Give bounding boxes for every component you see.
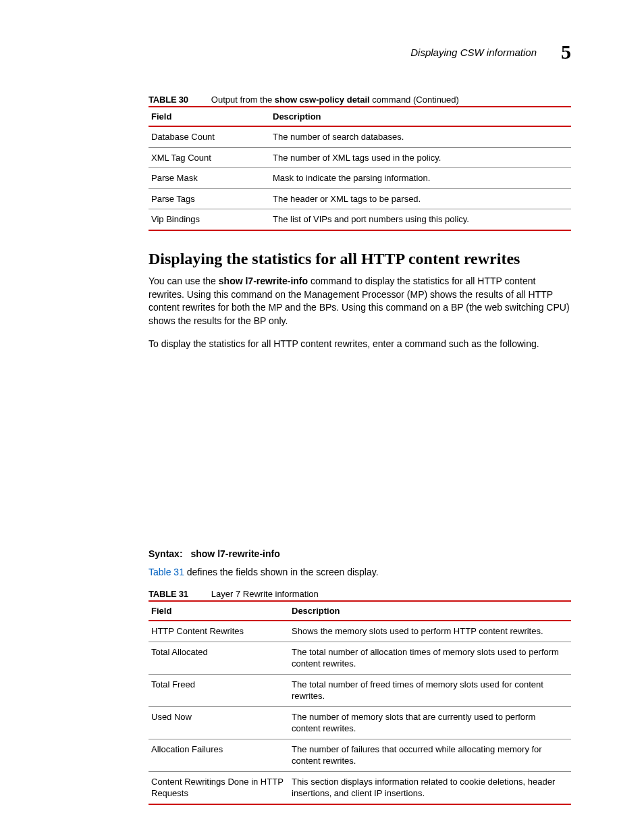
paragraph: Table 31 defines the fields shown in the… [149,566,571,579]
table30-caption: TABLE 30 Output from the show csw-policy… [149,95,571,105]
text-bold: show csw-policy detail [275,95,370,105]
cell-desc: This section displays information relate… [289,771,571,804]
col-description: Description [289,601,571,621]
text-bold: show l7-rewrite-info [219,276,308,286]
cell-desc: The list of VIPs and port numbers using … [270,209,571,230]
cell-field: Database Count [149,126,270,147]
cell-desc: Shows the memory slots used to perform H… [289,621,571,642]
syntax-command: show l7-rewrite-info [190,548,279,559]
cell-field: Total Allocated [149,642,289,674]
cell-field: Vip Bindings [149,209,270,230]
syntax-label: Syntax: [149,548,183,559]
cell-desc: The number of memory slots that are curr… [289,706,571,739]
table-row: Total FreedThe total number of freed tim… [149,674,571,706]
cell-field: Used Now [149,706,289,739]
cell-desc: The total number of freed times of memor… [289,674,571,706]
table30: Field Description Database CountThe numb… [149,106,571,231]
table31-caption: TABLE 31 Layer 7 Rewrite information [149,589,571,599]
table31: Field Description HTTP Content RewritesS… [149,600,571,805]
table31-title: Layer 7 Rewrite information [211,589,319,599]
cell-desc: The number of search databases. [270,126,571,147]
cell-field: XML Tag Count [149,147,270,168]
cell-desc: The header or XML tags to be parsed. [270,188,571,209]
text: command (Continued) [370,95,459,105]
table-row: XML Tag CountThe number of XML tags used… [149,147,571,168]
cell-field: Content Rewritings Done in HTTP Requests [149,771,289,804]
table31-cross-ref[interactable]: Table 31 [149,567,184,577]
cell-desc: The total number of allocation times of … [289,642,571,674]
table-header-row: Field Description [149,601,571,621]
table-row: Parse MaskMask to indicate the parsing i… [149,168,571,189]
cell-desc: Mask to indicate the parsing information… [270,168,571,189]
text: defines the fields shown in the screen d… [184,567,379,577]
cell-field: Parse Tags [149,188,270,209]
cell-desc: The number of XML tags used in the polic… [270,147,571,168]
syntax-line: Syntax: show l7-rewrite-info [149,548,571,559]
col-description: Description [270,107,571,126]
table30-title: Output from the show csw-policy detail c… [211,95,459,105]
paragraph: To display the statistics for all HTTP c… [149,338,571,351]
paragraph: You can use the show l7-rewrite-info com… [149,275,571,329]
col-field: Field [149,601,289,621]
table30-number: TABLE 30 [149,95,188,105]
table-row: Vip BindingsThe list of VIPs and port nu… [149,209,571,230]
table-row: HTTP Content RewritesShows the memory sl… [149,621,571,642]
text: Output from the [211,95,275,105]
table-row: Used NowThe number of memory slots that … [149,706,571,739]
table-row: Content Rewritings Done in HTTP Requests… [149,771,571,804]
page: Displaying CSW information 5 TABLE 30 Ou… [0,0,644,805]
table-row: Parse TagsThe header or XML tags to be p… [149,188,571,209]
blank-space [149,361,571,548]
table-row: Total AllocatedThe total number of alloc… [149,642,571,674]
running-header-label: Displaying CSW information [410,47,537,58]
cell-field: HTTP Content Rewrites [149,621,289,642]
col-field: Field [149,107,270,126]
table-header-row: Field Description [149,107,571,126]
cell-field: Parse Mask [149,168,270,189]
section-heading: Displaying the statistics for all HTTP c… [149,250,571,268]
chapter-number: 5 [561,41,571,63]
running-header: Displaying CSW information 5 [149,41,571,63]
table-row: Database CountThe number of search datab… [149,126,571,147]
cell-field: Allocation Failures [149,739,289,771]
cell-desc: The number of failures that occurred whi… [289,739,571,771]
cell-field: Total Freed [149,674,289,706]
table-row: Allocation FailuresThe number of failure… [149,739,571,771]
text: You can use the [149,276,219,286]
table31-number: TABLE 31 [149,589,188,599]
